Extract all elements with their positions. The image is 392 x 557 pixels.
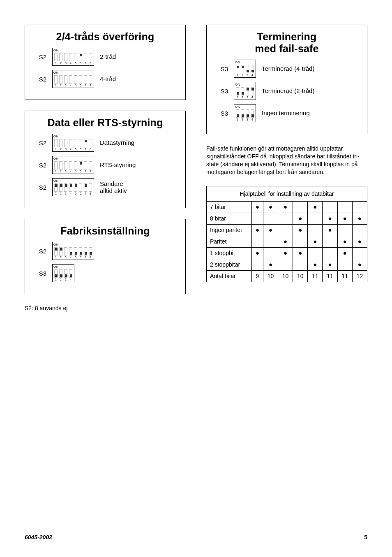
box-title: Data eller RTS-styrning: [32, 117, 178, 129]
left-column: 2/4-tråds överföring S2ON123456782-trådS…: [25, 25, 186, 311]
cell: [308, 224, 323, 236]
table-row: Paritet●●●●: [207, 236, 367, 247]
cell: ●: [278, 201, 293, 213]
dip-switch: ON12345678: [52, 178, 94, 196]
page-footer: 6045-2002 5: [25, 534, 367, 541]
table-row: 8 bitar●●●●: [207, 213, 367, 224]
cell: ●: [308, 259, 323, 270]
switch-label: S2: [32, 139, 46, 146]
dip-row: S2ON12345678: [32, 242, 178, 260]
cell: 10: [263, 270, 278, 282]
cell: ●: [337, 247, 352, 259]
row-desc: Terminerad (4-tråd): [262, 65, 314, 72]
cell: [263, 213, 278, 224]
table-row: Ingen paritet●●●●: [207, 224, 367, 236]
cell: ●: [293, 213, 308, 224]
dip-row: S2ON12345678Sändarealltid aktiv: [32, 178, 178, 196]
switch-label: S2: [32, 76, 46, 83]
cell: ●: [308, 201, 323, 213]
cell: [293, 259, 308, 270]
cell: ●: [323, 224, 337, 236]
cell: [252, 236, 263, 247]
switch-label: S2: [32, 53, 46, 60]
dip-switch: ON12345678: [52, 70, 94, 88]
cell: ●: [252, 201, 263, 213]
cell: ●: [352, 259, 367, 270]
dip-row: S3ON1234Terminerad (4-tråd): [214, 60, 360, 78]
page-number: 5: [364, 534, 367, 541]
cell: [323, 236, 337, 247]
cell: 11: [323, 270, 337, 282]
note-s2-8: S2: 8 används ej: [25, 305, 186, 311]
switch-label: S2: [32, 162, 46, 169]
cell: [278, 259, 293, 270]
switch-label: S3: [32, 270, 46, 277]
cell: [293, 201, 308, 213]
row-desc: 2-tråd: [100, 53, 116, 60]
cell: ●: [263, 201, 278, 213]
dip-row: S2ON123456782-tråd: [32, 48, 178, 66]
dip-switch: ON12345678: [52, 48, 94, 66]
cell: 12: [352, 270, 367, 282]
cell: 10: [293, 270, 308, 282]
cell: [308, 247, 323, 259]
dip-row: S3ON1234Ingen terminering: [214, 104, 360, 122]
row-label: Paritet: [207, 236, 252, 247]
dip-rows-4: S3ON1234Terminerad (4-tråd)S3ON1234Termi…: [214, 60, 360, 122]
dip-switch: ON1234: [234, 104, 256, 122]
helper-body: 7 bitar●●●●8 bitar●●●●Ingen paritet●●●●P…: [207, 201, 367, 282]
cell: ●: [337, 236, 352, 247]
cell: ●: [323, 213, 337, 224]
switch-label: S2: [32, 184, 46, 191]
cell: 11: [337, 270, 352, 282]
cell: [337, 224, 352, 236]
switch-label: S2: [32, 248, 46, 255]
cell: ●: [337, 213, 352, 224]
dip-row: S2ON12345678RTS-styrning: [32, 156, 178, 174]
table-row: 2 stoppbitar●●●●: [207, 259, 367, 270]
cell: ●: [278, 247, 293, 259]
table-row: 1 stoppbit●●●●: [207, 247, 367, 259]
dip-rows-2: S2ON12345678DatastyrningS2ON12345678RTS-…: [32, 134, 178, 196]
row-desc: Sändarealltid aktiv: [100, 180, 127, 195]
cell: 9: [252, 270, 263, 282]
dip-switch: ON12345678: [52, 242, 94, 260]
cell: [323, 201, 337, 213]
cell: ●: [293, 247, 308, 259]
cell: ●: [263, 224, 278, 236]
table-row: Antal bitar910101011111112: [207, 270, 367, 282]
dip-switch: ON12345678: [52, 134, 94, 152]
cell: ●: [263, 259, 278, 270]
cell: ●: [278, 236, 293, 247]
box-fabrik: Fabriksinställning S2ON12345678S3ON1234: [25, 219, 186, 294]
cell: [252, 259, 263, 270]
cell: [337, 259, 352, 270]
cell: [252, 213, 263, 224]
cell: 11: [308, 270, 323, 282]
dip-row: S2ON12345678Datastyrning: [32, 134, 178, 152]
row-label: 1 stoppbit: [207, 247, 252, 259]
row-label: Ingen paritet: [207, 224, 252, 236]
box-2-4-trads: 2/4-tråds överföring S2ON123456782-trådS…: [25, 25, 186, 100]
row-desc: Ingen terminering: [262, 109, 310, 116]
row-label: 2 stoppbitar: [207, 259, 252, 270]
dip-switch: ON1234: [234, 60, 256, 78]
failsafe-paragraph: Fail-safe funktionen gör att mottagaren …: [206, 145, 367, 176]
cell: ●: [252, 224, 263, 236]
helper-table: Hjälptabell för inställning av databitar…: [206, 186, 367, 282]
dip-row: S3ON1234: [32, 264, 178, 282]
cell: [352, 201, 367, 213]
row-label: Antal bitar: [207, 270, 252, 282]
cell: [352, 247, 367, 259]
row-label: 8 bitar: [207, 213, 252, 224]
cell: [293, 236, 308, 247]
box-title: 2/4-tråds överföring: [32, 31, 178, 43]
cell: ●: [352, 236, 367, 247]
cell: [337, 201, 352, 213]
dip-rows-3: S2ON12345678S3ON1234: [32, 242, 178, 282]
dip-rows-1: S2ON123456782-trådS2ON123456784-tråd: [32, 48, 178, 88]
row-desc: Terminerad (2-tråd): [262, 87, 314, 94]
cell: ●: [252, 247, 263, 259]
box-data-rts: Data eller RTS-styrning S2ON12345678Data…: [25, 111, 186, 208]
cell: ●: [323, 259, 337, 270]
